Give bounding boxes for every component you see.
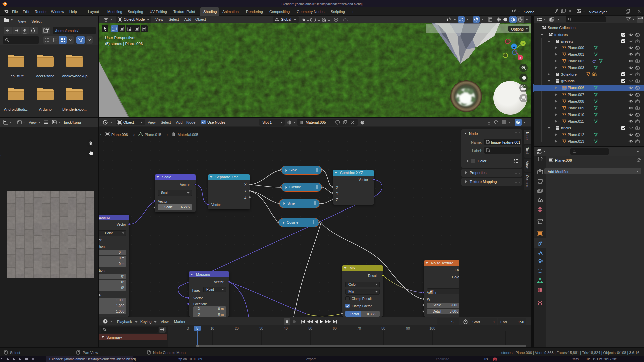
svg-text:_cb_stuff: _cb_stuff	[8, 74, 24, 78]
svg-text:5: 5	[196, 326, 198, 330]
svg-text:40: 40	[284, 326, 288, 330]
svg-text:10: 10	[210, 326, 214, 330]
svg-text:X: X	[519, 56, 521, 60]
svg-text:0: 0	[187, 326, 189, 330]
svg-text:Y: Y	[522, 42, 524, 45]
svg-text:anakey-backup: anakey-backup	[62, 74, 88, 78]
svg-text:acers3fand: acers3fand	[36, 74, 54, 78]
svg-text:100: 100	[429, 326, 435, 330]
svg-text:30: 30	[259, 326, 263, 330]
svg-text:50: 50	[308, 326, 312, 330]
svg-text:Z: Z	[513, 45, 515, 48]
svg-text:AndroidStudi...: AndroidStudi...	[4, 107, 28, 111]
svg-text:BlenderExpo...: BlenderExpo...	[62, 107, 87, 111]
svg-text:60: 60	[333, 326, 337, 330]
svg-text:90: 90	[406, 326, 410, 330]
svg-text:80: 80	[381, 326, 385, 330]
svg-text:20: 20	[235, 326, 239, 330]
svg-text:70: 70	[357, 326, 361, 330]
svg-text:Arduino: Arduino	[39, 107, 52, 111]
